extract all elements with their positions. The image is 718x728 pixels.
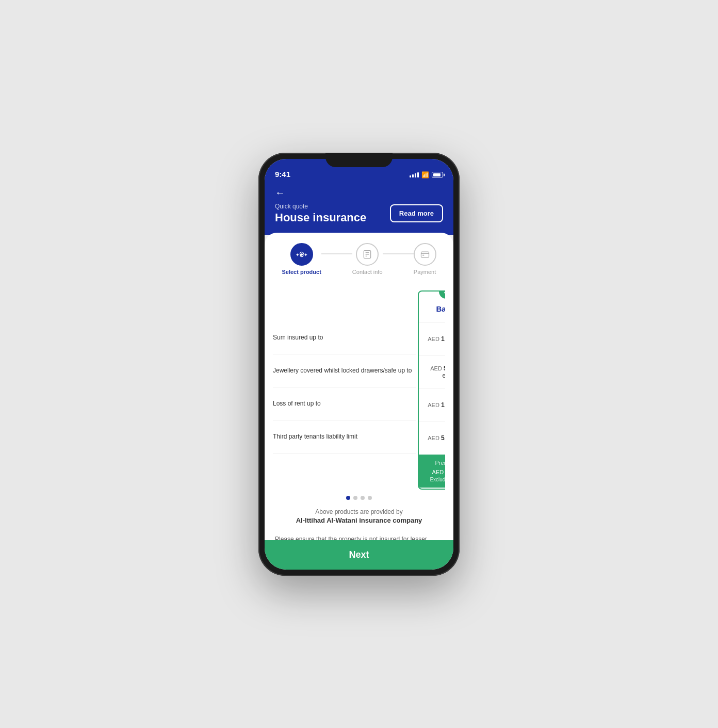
basic-premium: Premium AED 400 Excluding VAT <box>419 455 445 488</box>
phone-screen: 9:41 📶 ← Quick quote House i <box>265 159 453 570</box>
features-column: Sum insured up to Jewellery covered whil… <box>273 290 416 490</box>
basic-value-0: AED 1,00,000 <box>419 322 445 355</box>
read-more-button[interactable]: Read more <box>390 204 443 222</box>
status-time: 9:41 <box>275 170 290 179</box>
basic-premium-amount: AED 400 <box>423 466 445 477</box>
step-label-3: Payment <box>414 269 436 275</box>
next-button[interactable]: Next <box>265 540 453 570</box>
basic-premium-vat: Excluding VAT <box>423 477 445 482</box>
step-circle-2 <box>356 243 379 266</box>
battery-icon <box>432 172 443 177</box>
step-contact-info[interactable]: Contact info <box>352 243 383 275</box>
step-circle-3 <box>414 243 436 266</box>
feature-label-0: Sum insured up to <box>273 321 416 354</box>
dots-row <box>273 490 445 504</box>
status-icons: 📶 <box>410 171 443 179</box>
step-payment[interactable]: Payment <box>414 243 436 275</box>
disclaimer-text: Please ensure that the property is not i… <box>265 528 453 540</box>
basic-value-2: AED 1,00,000 <box>419 389 445 422</box>
page-title: House insurance <box>275 211 390 224</box>
step-label-2: Contact info <box>352 269 383 275</box>
quick-quote-label: Quick quote <box>275 203 390 210</box>
provider-note: Above products are provided by <box>275 508 443 515</box>
dot-1 <box>346 496 350 500</box>
feature-label-1: Jewellery covered whilst locked drawers/… <box>273 354 416 387</box>
step-line-2 <box>383 253 414 254</box>
provider-name: Al-Ittihad Al-Watani insurance company <box>275 516 443 524</box>
feature-label-2: Loss of rent up to <box>273 387 416 420</box>
phone-notch <box>325 153 393 167</box>
signal-icon <box>410 172 419 177</box>
step-line-1 <box>321 253 352 254</box>
header-text: Quick quote House insurance <box>275 203 390 224</box>
product-col-basic[interactable]: ✓ Basic AED 1,00,000 AED 50,000eel AED 1… <box>418 290 445 490</box>
provider-section: Above products are provided by Al-Ittiha… <box>265 504 453 528</box>
step-select-product[interactable]: ✦✦✦ Select product <box>282 243 321 275</box>
phone-frame: 9:41 📶 ← Quick quote House i <box>258 153 460 576</box>
dot-4 <box>368 496 372 500</box>
svg-rect-7 <box>421 252 429 257</box>
feature-label-3: Third party tenants liability limit <box>273 420 416 454</box>
dot-3 <box>361 496 365 500</box>
basic-value-3: AED 5,00,000 <box>419 422 445 455</box>
basic-premium-label: Premium <box>423 460 445 466</box>
dot-2 <box>353 496 357 500</box>
svg-rect-9 <box>422 254 424 255</box>
steps-container: ✦✦✦ Select product <box>265 233 453 280</box>
main-content: ✦✦✦ Select product <box>265 233 453 540</box>
header: ← Quick quote House insurance Read more <box>265 182 453 235</box>
products-section: Sum insured up to Jewellery covered whil… <box>265 280 453 504</box>
wifi-icon: 📶 <box>421 171 429 179</box>
step-label-1: Select product <box>282 269 321 275</box>
basic-value-1: AED 50,000eel <box>419 355 445 389</box>
back-button[interactable]: ← <box>275 187 285 199</box>
header-row: Quick quote House insurance Read more <box>275 203 443 224</box>
step-circle-1: ✦✦✦ <box>290 243 313 266</box>
